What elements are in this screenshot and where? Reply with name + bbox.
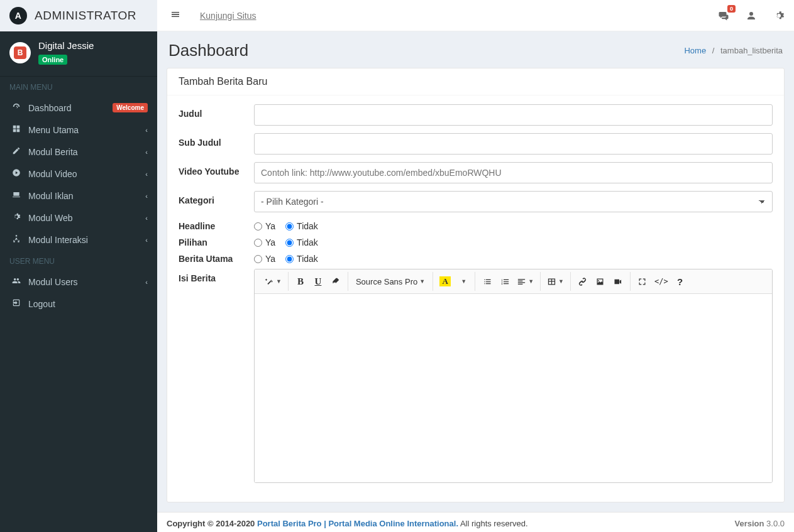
font-label: Source Sans Pro <box>356 277 417 286</box>
main-column: Kunjungi Situs 0 Dashboard Home / tambah… <box>157 0 794 532</box>
link-icon[interactable] <box>575 273 591 290</box>
sidebar-item-menu-utama[interactable]: Menu Utama ‹ <box>0 119 157 141</box>
judul-input[interactable] <box>254 104 773 126</box>
utama-label: Berita Utama <box>179 252 254 264</box>
highlight-letter: A <box>439 276 450 286</box>
chevron-left-icon: ‹ <box>145 170 148 178</box>
sidebar-item-modul-interaksi[interactable]: Modul Interaksi ‹ <box>0 229 157 251</box>
sidebar-item-modul-users[interactable]: Modul Users ‹ <box>0 271 157 293</box>
footer-link[interactable]: Portal Berita Pro | Portal Media Online … <box>257 519 458 528</box>
bold-button[interactable]: B <box>292 273 309 290</box>
sidebar-item-dashboard[interactable]: Dashboard Welcome <box>0 97 157 119</box>
headline-label: Headline <box>179 220 254 231</box>
messages-icon[interactable]: 0 <box>718 10 729 21</box>
welcome-badge: Welcome <box>113 103 148 112</box>
chevron-left-icon: ‹ <box>145 126 148 134</box>
breadcrumb-home[interactable]: Home <box>684 46 706 55</box>
sidebar-item-label: Menu Utama <box>28 125 145 135</box>
underline-button[interactable]: U <box>310 273 326 290</box>
logout-icon <box>9 298 23 309</box>
radio-label: Tidak <box>297 221 318 231</box>
list-ol-icon[interactable] <box>497 273 513 290</box>
copyright-prefix: Copyright © 2014-2020 <box>167 519 257 528</box>
radio-label: Tidak <box>297 254 318 264</box>
video-icon[interactable] <box>610 273 626 290</box>
chevron-left-icon: ‹ <box>145 148 148 156</box>
gear-icon <box>9 212 23 223</box>
subjudul-label: Sub Judul <box>179 133 254 148</box>
brand[interactable]: A ADMINISTRATOR <box>0 0 157 31</box>
pilihan-tidak-radio[interactable] <box>285 239 294 247</box>
sidebar-item-modul-video[interactable]: Modul Video ‹ <box>0 163 157 185</box>
table-icon[interactable]: ▼ <box>544 273 566 290</box>
sidebar-item-label: Modul Interaksi <box>28 235 145 245</box>
pilihan-ya-radio[interactable] <box>254 239 262 247</box>
font-dropdown[interactable]: Source Sans Pro▼ <box>352 273 429 290</box>
sidebar-item-label: Logout <box>28 299 148 309</box>
status-badge: Online <box>38 55 67 65</box>
visit-site-link[interactable]: Kunjungi Situs <box>200 11 256 21</box>
sidebar-item-modul-berita[interactable]: Modul Berita ‹ <box>0 141 157 163</box>
radio-label: Tidak <box>297 237 318 247</box>
video-input[interactable] <box>254 162 773 183</box>
sidebar-item-label: Modul Iklan <box>28 191 145 201</box>
isi-label: Isi Berita <box>179 269 254 283</box>
main-menu: Dashboard Welcome Menu Utama ‹ Modul Ber… <box>0 97 157 251</box>
form-box: Tambah Berita Baru Judul Sub Judul Video… <box>167 68 785 502</box>
rights-text: All rights reserved. <box>458 519 528 528</box>
utama-ya-radio[interactable] <box>254 255 262 263</box>
breadcrumb: Home / tambah_listberita <box>684 46 783 55</box>
breadcrumb-sep: / <box>712 46 715 55</box>
help-icon[interactable]: ? <box>672 273 688 290</box>
codeview-icon[interactable]: </> <box>652 273 671 290</box>
sidebar-item-modul-iklan[interactable]: Modul Iklan ‹ <box>0 185 157 207</box>
judul-label: Judul <box>179 104 254 119</box>
pilihan-tidak[interactable]: Tidak <box>285 237 318 247</box>
headline-tidak-radio[interactable] <box>285 222 294 231</box>
fullscreen-icon[interactable] <box>634 273 651 290</box>
play-icon <box>9 168 23 179</box>
headline-ya-radio[interactable] <box>254 222 262 231</box>
align-icon[interactable]: ▼ <box>514 273 536 290</box>
sidebar-item-label: Modul Video <box>28 169 145 179</box>
hamburger-icon[interactable] <box>167 6 184 26</box>
color-caret[interactable]: ▼ <box>455 273 471 290</box>
user-icon[interactable] <box>746 10 757 21</box>
dashboard-icon <box>9 102 23 113</box>
sidebar-item-label: Modul Berita <box>28 147 145 157</box>
headline-tidak[interactable]: Tidak <box>285 221 318 231</box>
richtext-editor: ▼ B U Source Sans Pro▼ <box>254 269 773 483</box>
highlight-button[interactable]: A <box>437 273 453 290</box>
grid-icon <box>9 124 23 135</box>
sidebar-item-logout[interactable]: Logout <box>0 293 157 315</box>
brand-title: ADMINISTRATOR <box>35 9 136 23</box>
sidebar-item-modul-web[interactable]: Modul Web ‹ <box>0 207 157 229</box>
avatar: B <box>9 42 31 63</box>
headline-ya[interactable]: Ya <box>254 221 275 231</box>
kategori-select[interactable]: - Pilih Kategori - <box>254 191 773 212</box>
version-label: Version <box>735 519 767 528</box>
sidebar-item-label: Modul Users <box>28 277 145 287</box>
settings-icon[interactable] <box>773 10 785 21</box>
chevron-left-icon: ‹ <box>145 236 148 244</box>
editor-textarea[interactable] <box>255 294 772 482</box>
radio-label: Ya <box>265 254 275 264</box>
utama-tidak[interactable]: Tidak <box>285 254 318 264</box>
magic-icon[interactable]: ▼ <box>262 273 284 290</box>
box-title: Tambah Berita Baru <box>167 68 784 95</box>
utama-tidak-radio[interactable] <box>285 255 294 263</box>
video-label: Video Youtube <box>179 162 254 176</box>
pilihan-ya[interactable]: Ya <box>254 237 275 247</box>
subjudul-input[interactable] <box>254 133 773 155</box>
image-icon[interactable] <box>592 273 609 290</box>
utama-ya[interactable]: Ya <box>254 254 275 264</box>
sidebar: A ADMINISTRATOR B Digital Jessie Online … <box>0 0 157 532</box>
footer: Copyright © 2014-2020 Portal Berita Pro … <box>157 512 794 532</box>
sidebar-item-label: Modul Web <box>28 213 145 223</box>
brand-logo-icon: A <box>9 7 27 24</box>
noti-count-badge: 0 <box>727 5 736 13</box>
laptop-icon <box>9 190 23 201</box>
eraser-icon[interactable] <box>328 273 344 290</box>
list-ul-icon[interactable] <box>479 273 495 290</box>
user-panel: B Digital Jessie Online <box>0 31 157 73</box>
